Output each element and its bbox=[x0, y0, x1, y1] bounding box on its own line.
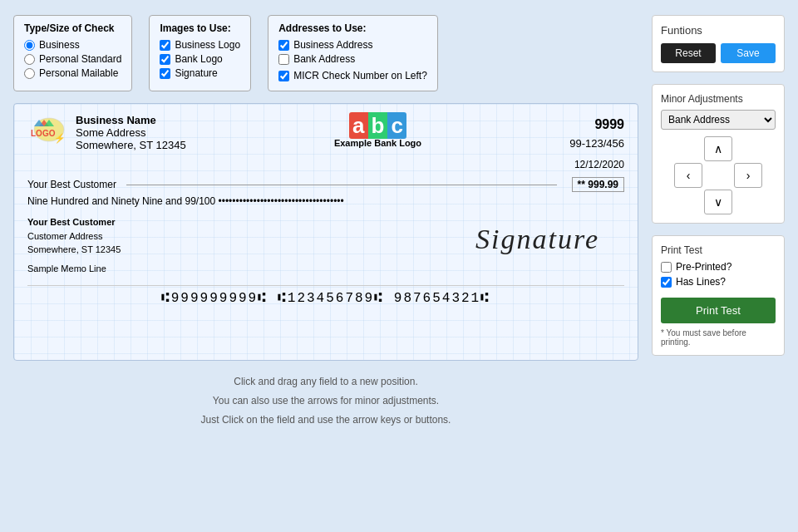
business-address1: Some Address bbox=[76, 126, 186, 139]
check-bottom-section: Your Best Customer Customer Address Some… bbox=[27, 215, 624, 257]
return-addr1: Customer Address bbox=[27, 229, 121, 244]
bank-logo-graphic: abc bbox=[334, 114, 421, 138]
checkbox-bank-address[interactable]: Bank Address bbox=[278, 53, 427, 65]
check-date-row: 12/12/2020 bbox=[27, 159, 624, 170]
checkbox-has-lines[interactable]: Has Lines? bbox=[661, 276, 776, 288]
checkbox-business-address[interactable]: Business Address bbox=[278, 39, 427, 51]
instruction-1: Click and drag any field to a new positi… bbox=[13, 372, 638, 392]
print-test-title: Print Test bbox=[661, 244, 776, 256]
arrow-down-button[interactable]: ∨ bbox=[704, 190, 732, 214]
return-addr2: Somewhere, ST 12345 bbox=[27, 243, 121, 257]
bank-logo-label: Example Bank Logo bbox=[334, 138, 421, 148]
check-payee-row: Your Best Customer ** 999.99 bbox=[27, 177, 624, 192]
functions-title: Funtions bbox=[661, 24, 776, 37]
check-payee: Your Best Customer bbox=[27, 179, 116, 190]
signature: Signature bbox=[475, 215, 624, 255]
arrow-grid: ∧ ‹ › ∨ bbox=[661, 136, 776, 214]
check-number-area: 9999 99-123/456 bbox=[569, 114, 624, 152]
radio-personal-standard[interactable]: Personal Standard bbox=[24, 53, 121, 65]
check-type-title: Type/Size of Check bbox=[24, 22, 121, 34]
check-date: 12/12/2020 bbox=[574, 159, 624, 170]
signature-text: Signature bbox=[475, 224, 599, 254]
return-address: Your Best Customer Customer Address Some… bbox=[27, 215, 121, 257]
business-info: Business Name Some Address Somewhere, ST… bbox=[76, 114, 186, 151]
check-number: 9999 bbox=[569, 114, 624, 135]
business-logo-icon: LOGO ⚡ bbox=[27, 116, 71, 150]
minor-adj-title: Minor Adjustments bbox=[661, 93, 776, 105]
checkbox-pre-printed[interactable]: Pre-Printed? bbox=[661, 261, 776, 273]
arrow-up-button[interactable]: ∧ bbox=[704, 136, 732, 161]
written-amount: Nine Hundred and Ninety Nine and 99/100 … bbox=[27, 195, 624, 207]
instructions: Click and drag any field to a new positi… bbox=[13, 372, 638, 429]
addresses-group: Addresses to Use: Business Address Bank … bbox=[268, 15, 438, 91]
checkbox-signature[interactable]: Signature bbox=[160, 67, 240, 79]
functions-buttons: Reset Save bbox=[661, 43, 776, 63]
print-note: * You must save before printing. bbox=[661, 328, 776, 347]
business-address2: Somewhere, ST 12345 bbox=[76, 139, 186, 151]
minor-adj-select[interactable]: Bank Address Business Address Check Numb… bbox=[661, 110, 776, 130]
save-button[interactable]: Save bbox=[721, 43, 776, 63]
arrow-left-button[interactable]: ‹ bbox=[674, 163, 702, 188]
micr-line: ⑆999999999⑆ ⑆123456789⑆ 987654321⑆ bbox=[27, 285, 624, 306]
radio-business[interactable]: Business bbox=[24, 39, 121, 51]
svg-text:⚡: ⚡ bbox=[54, 132, 66, 144]
check-amount: ** 999.99 bbox=[572, 177, 624, 192]
svg-text:LOGO: LOGO bbox=[31, 129, 56, 138]
memo-line: Sample Memo Line bbox=[27, 264, 624, 273]
functions-box: Funtions Reset Save bbox=[652, 15, 785, 72]
print-test-box: Print Test Pre-Printed? Has Lines? Print… bbox=[652, 235, 785, 356]
return-name: Your Best Customer bbox=[27, 215, 121, 229]
addresses-title: Addresses to Use: bbox=[278, 22, 427, 34]
check-preview: LOGO ⚡ Business Name Some Address Somewh… bbox=[13, 103, 638, 361]
print-test-button[interactable]: Print Test bbox=[661, 298, 776, 323]
images-title: Images to Use: bbox=[160, 22, 240, 34]
check-fraction: 99-123/456 bbox=[569, 135, 624, 153]
checkbox-micr[interactable]: MICR Check Number on Left? bbox=[278, 70, 427, 81]
minor-adjustments-box: Minor Adjustments Bank Address Business … bbox=[652, 84, 785, 224]
reset-button[interactable]: Reset bbox=[661, 43, 716, 63]
instruction-2: You can also use the arrows for minor ad… bbox=[13, 392, 638, 411]
images-group: Images to Use: Business Logo Bank Logo S… bbox=[149, 15, 251, 91]
check-type-group: Type/Size of Check Business Personal Sta… bbox=[13, 15, 132, 91]
checkbox-bank-logo[interactable]: Bank Logo bbox=[160, 53, 240, 65]
radio-personal-mailable[interactable]: Personal Mailable bbox=[24, 67, 121, 79]
business-name: Business Name bbox=[76, 114, 186, 126]
arrow-right-button[interactable]: › bbox=[734, 163, 762, 188]
checkbox-business-logo[interactable]: Business Logo bbox=[160, 39, 240, 51]
bank-logo-area: abc Example Bank Logo bbox=[334, 114, 421, 148]
instruction-3: Just Click on the field and use the arro… bbox=[13, 411, 638, 430]
business-logo-area: LOGO ⚡ Business Name Some Address Somewh… bbox=[27, 114, 186, 151]
